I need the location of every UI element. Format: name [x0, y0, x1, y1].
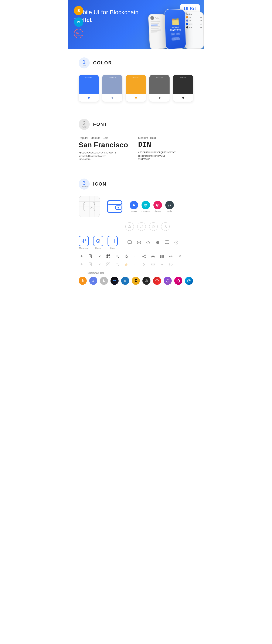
icon-exchange: Exchange: [142, 201, 150, 212]
blockchain-line: [78, 273, 85, 273]
svg-marker-12: [128, 225, 131, 228]
wallet-blue-svg: [107, 200, 122, 213]
phone-mock-3: Portfolio BTC +5% ETH +3% WAVES +1%: [184, 12, 204, 49]
svg-rect-16: [82, 239, 84, 241]
chat-icon: [126, 239, 133, 246]
font-section: 2 TWO FONT Regular · Medium · Bold San F…: [68, 110, 204, 170]
qr-icon: [106, 253, 111, 259]
font-block-sf: Regular · Medium · Bold San Francisco AB…: [78, 136, 134, 161]
svg-marker-69: [166, 279, 169, 282]
color-card-4: #666666: [150, 75, 170, 102]
tool-badges: S Ps 60+ Screens: [74, 6, 83, 38]
svg-point-11: [169, 204, 170, 205]
color-card-2: #8DA0C8: [102, 75, 122, 102]
svg-point-45: [145, 254, 146, 256]
svg-point-71: [178, 282, 179, 282]
crypto-icons-row: ₿ Ξ Ł D Z: [78, 277, 194, 285]
doc-icon-faded: [88, 262, 94, 268]
crypto-polygon: [164, 277, 172, 285]
svg-marker-8: [132, 204, 135, 206]
svg-line-48: [144, 255, 145, 256]
color-grid: #3574FA #8DA0C8 #F5A623 #666666 #303030: [78, 75, 194, 102]
svg-point-26: [156, 241, 159, 244]
font-block-din: Medium · Bold DIN ABCDEFGHIJKLMNOPQRSTUV…: [138, 136, 194, 161]
icon-assets-outline: [126, 222, 134, 231]
font-section-header: 2 TWO FONT: [78, 119, 194, 130]
back-icon: ‹: [132, 254, 138, 258]
icon-exchange-outline: [137, 222, 146, 231]
section-number-1: 1 ONE: [78, 58, 90, 68]
svg-point-73: [179, 280, 180, 281]
circle-icon: [154, 239, 161, 246]
share-icon: [141, 253, 147, 259]
section-number-2: 2 TWO: [78, 119, 90, 130]
svg-point-47: [145, 257, 146, 258]
info-faded: i: [168, 262, 174, 268]
svg-point-70: [178, 279, 179, 280]
color-card-3: #F5A623: [126, 75, 146, 102]
svg-point-50: [152, 256, 154, 257]
nav-icons-filled: Assets Exchange Discover Profile: [130, 201, 174, 212]
wallet-blue-icon: [104, 196, 126, 217]
svg-text:i: i: [176, 242, 176, 244]
sketch-badge: S: [74, 6, 83, 15]
crypto-ethereum: Ξ: [89, 277, 97, 285]
settings-icon: [150, 253, 156, 259]
qr-faded: [106, 262, 111, 268]
icon-section: 3 THREE ICON: [68, 170, 204, 293]
svg-marker-44: [124, 254, 128, 258]
svg-point-10: [157, 205, 158, 206]
svg-rect-38: [109, 255, 110, 256]
crypto-litecoin: Ł: [100, 277, 108, 285]
svg-rect-39: [107, 257, 108, 258]
hero-title: Mobile UI for Blockchain Wallet: [74, 8, 142, 24]
expand-icon: [159, 253, 165, 259]
svg-rect-37: [107, 255, 108, 256]
color-section-header: 1 ONE COLOR: [78, 58, 194, 68]
icon-discover-outline: [149, 222, 158, 231]
back-faded: ‹: [132, 262, 138, 266]
icon-history: History: [93, 236, 103, 249]
bubble-icon: [164, 239, 170, 246]
crypto-ark: [153, 277, 161, 285]
info-icon: i: [173, 239, 180, 246]
crypto-polkadot: [174, 277, 182, 285]
moon-icon: [145, 239, 152, 246]
forward-faded: [141, 262, 147, 268]
screens-badge: 60+ Screens: [74, 29, 83, 38]
svg-rect-55: [107, 263, 108, 264]
crypto-bitcoin: ₿: [78, 277, 87, 285]
svg-rect-4: [108, 201, 122, 212]
icon-discover: Discover: [154, 201, 162, 212]
svg-point-68: [156, 280, 158, 282]
icon-management: Mangment: [78, 236, 89, 249]
color-section: 1 ONE COLOR #3574FA #8DA0C8 #F5A623 #666…: [68, 49, 204, 110]
svg-line-43: [118, 257, 119, 258]
layers-icon: [136, 239, 142, 246]
star-active-faded: [123, 262, 129, 268]
font-grid: Regular · Medium · Bold San Francisco AB…: [78, 136, 194, 161]
color-card-5: #303030: [173, 75, 193, 102]
svg-line-59: [118, 265, 119, 266]
crypto-waves: [110, 277, 118, 285]
svg-point-46: [142, 256, 144, 257]
svg-rect-17: [82, 241, 84, 243]
svg-marker-60: [124, 263, 128, 266]
tool-icons-row2-faded: + ✓ ‹ → i: [78, 262, 194, 268]
svg-point-14: [153, 226, 154, 227]
nav-icons-outline-row: [126, 222, 194, 231]
cancel-faded: [150, 262, 156, 268]
svg-rect-5: [108, 201, 122, 204]
crypto-dash: D: [121, 277, 129, 285]
svg-point-75: [179, 281, 180, 282]
icon-main-row: Assets Exchange Discover Profile: [78, 196, 194, 217]
action-icons-row: Mangment History: [78, 236, 194, 249]
section-number-3: 3 THREE: [78, 178, 90, 190]
svg-rect-56: [108, 263, 110, 264]
svg-point-13: [152, 226, 155, 228]
tool-icons-row1: + ✓ ‹ ✕: [78, 253, 194, 259]
icon-order: Order: [108, 236, 118, 249]
close-icon: ✕: [177, 254, 183, 258]
svg-rect-18: [84, 239, 86, 241]
svg-rect-51: [160, 255, 164, 258]
